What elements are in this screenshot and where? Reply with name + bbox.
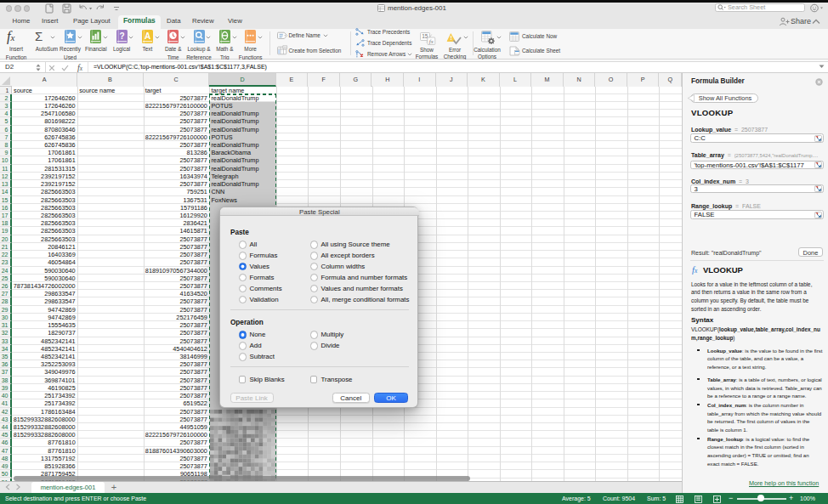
svg-text:fx: fx — [429, 38, 434, 45]
svg-text:?: ? — [119, 31, 124, 41]
svg-text:!: ! — [451, 35, 452, 41]
svg-text:A: A — [145, 31, 150, 41]
